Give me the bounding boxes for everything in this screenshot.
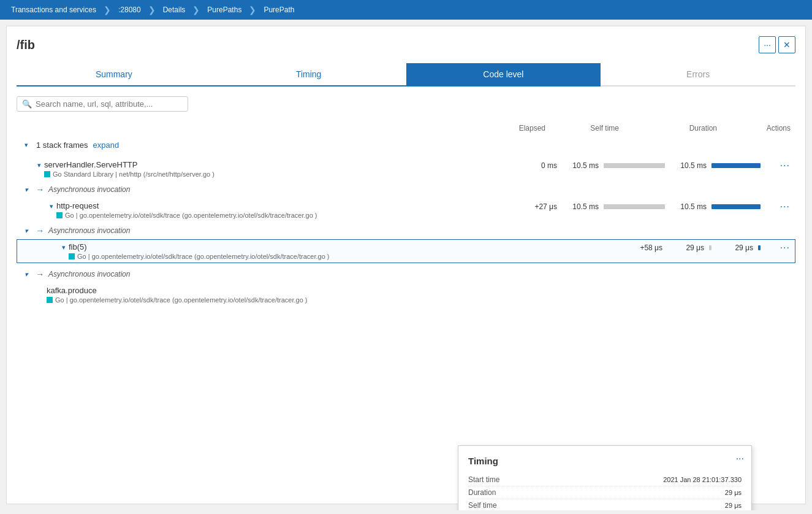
- async1-chevron[interactable]: ▾: [21, 185, 31, 194]
- serverhandler-duration: 10.5 ms: [670, 161, 707, 170]
- col-elapsed-header: Elapsed: [484, 124, 545, 132]
- table-headers: Elapsed Self time Duration Actions: [17, 121, 795, 135]
- serverhandler-actions: ···: [765, 160, 790, 171]
- async2-label: Asynchronous invocation: [48, 226, 130, 235]
- fib5-subtitle: Go | go.opentelemetry.io/otel/sdk/trace …: [69, 253, 606, 260]
- chevron-serverhandler[interactable]: ▾: [34, 160, 44, 170]
- page-header: /fib ··· ✕: [17, 36, 795, 53]
- kafka-duration-bar: [711, 286, 761, 291]
- col-actions-header: Actions: [717, 124, 791, 132]
- serverhandler-self-bar: [604, 163, 665, 168]
- fib5-self: 29 μs: [667, 244, 704, 252]
- search-container: 🔍: [17, 96, 795, 112]
- kafka-metrics: [501, 286, 790, 291]
- fib5-duration-bar: [758, 245, 761, 250]
- async1-label: Asynchronous invocation: [48, 185, 130, 194]
- serverhandler-more-button[interactable]: ···: [780, 160, 790, 171]
- col-duration-header: Duration: [619, 124, 717, 132]
- http-request-subtitle: Go | go.opentelemetry.io/otel/sdk/trace …: [56, 212, 501, 219]
- popup-more-button[interactable]: ···: [736, 453, 744, 464]
- tab-code-level[interactable]: Code level: [406, 63, 601, 86]
- http-request-duration-bar: [711, 204, 761, 209]
- serverhandler-color: [44, 171, 50, 177]
- page-title: /fib: [17, 38, 35, 52]
- fib5-actions: ···: [765, 242, 790, 253]
- async2-arrow-icon: →: [34, 226, 46, 236]
- tab-summary[interactable]: Summary: [17, 63, 211, 86]
- tree-row-kafka: kafka.produce Go | go.opentelemetry.io/o…: [17, 283, 795, 307]
- popup-duration-label: Duration: [468, 488, 496, 497]
- fib5-self-bar: [709, 245, 711, 250]
- kafka-name: kafka.produce: [47, 286, 501, 295]
- fib5-elapsed: +58 μs: [606, 244, 667, 252]
- breadcrumb-arrow-3: ❯: [192, 5, 200, 15]
- async-row-3: ▾ → Asynchronous invocation: [17, 266, 795, 283]
- close-icon: ✕: [783, 40, 791, 50]
- serverhandler-subtitle: Go Standard Library | net/http (/src/net…: [44, 171, 501, 178]
- timing-popup: ··· Timing Start time 2021 Jan 28 21:01:…: [458, 445, 752, 510]
- kafka-content: kafka.produce Go | go.opentelemetry.io/o…: [47, 286, 501, 304]
- popup-start-time-value: 2021 Jan 28 21:01:37.330: [663, 476, 742, 483]
- main-container: /fib ··· ✕ Summary Timing Code level Err…: [6, 26, 806, 504]
- breadcrumb-transactions[interactable]: Transactions and services: [5, 0, 102, 20]
- async3-arrow-icon: →: [34, 269, 46, 279]
- dots-icon: ···: [764, 40, 771, 50]
- expand-link[interactable]: expand: [93, 140, 120, 150]
- kafka-self-bar: [604, 286, 665, 291]
- async3-label: Asynchronous invocation: [48, 270, 130, 278]
- serverhandler-elapsed: 0 ms: [501, 161, 562, 170]
- async1-arrow-icon: →: [34, 185, 46, 194]
- http-request-duration: 10.5 ms: [670, 202, 707, 211]
- breadcrumb-arrow-4: ❯: [249, 5, 256, 15]
- async-row-1: ▾ → Asynchronous invocation: [17, 181, 795, 198]
- col-name-header: [21, 124, 484, 132]
- stack-chevron[interactable]: ▾: [21, 140, 31, 150]
- search-icon: 🔍: [22, 99, 32, 109]
- breadcrumb-nav: Transactions and services ❯ :28080 ❯ Det…: [0, 0, 812, 20]
- popup-self-time-label: Self time: [468, 501, 497, 510]
- title-actions: ··· ✕: [759, 36, 795, 53]
- serverhandler-content: serverHandler.ServeHTTP Go Standard Libr…: [44, 160, 501, 178]
- tab-errors[interactable]: Errors: [601, 63, 795, 86]
- async3-chevron[interactable]: ▾: [21, 269, 31, 279]
- search-input[interactable]: [36, 99, 183, 109]
- fib5-more-button[interactable]: ···: [780, 242, 790, 253]
- chevron-http-request[interactable]: ▾: [47, 201, 56, 211]
- close-button[interactable]: ✕: [778, 36, 795, 53]
- tabs-container: Summary Timing Code level Errors: [17, 63, 795, 86]
- breadcrumb-port[interactable]: :28080: [112, 0, 147, 20]
- popup-duration-row: Duration 29 μs: [468, 486, 742, 499]
- serverhandler-duration-bar: [711, 163, 761, 168]
- http-request-elapsed: +27 μs: [501, 202, 562, 211]
- popup-self-time-row: Self time 29 μs: [468, 499, 742, 510]
- popup-duration-value: 29 μs: [725, 489, 742, 496]
- kafka-subtitle: Go | go.opentelemetry.io/otel/sdk/trace …: [47, 296, 501, 304]
- col-self-header: Self time: [545, 124, 619, 132]
- tree-row: ▾ serverHandler.ServeHTTP Go Standard Li…: [17, 157, 795, 181]
- kafka-color: [47, 297, 53, 303]
- popup-start-time-row: Start time 2021 Jan 28 21:01:37.330: [468, 474, 742, 486]
- stack-frames-count: 1 stack frames: [36, 140, 88, 150]
- http-request-metrics: +27 μs 10.5 ms 10.5 ms ···: [501, 201, 790, 212]
- tree-row-fib5: ▾ fib(5) Go | go.opentelemetry.io/otel/s…: [17, 239, 795, 263]
- fib5-name: fib(5): [69, 242, 606, 251]
- async2-chevron[interactable]: ▾: [21, 226, 31, 236]
- http-request-self-bar: [604, 204, 665, 209]
- more-button[interactable]: ···: [759, 36, 776, 53]
- popup-self-time-value: 29 μs: [725, 502, 742, 509]
- stack-frames-row: ▾ 1 stack frames expand: [17, 137, 795, 152]
- fib5-content: fib(5) Go | go.opentelemetry.io/otel/sdk…: [69, 242, 606, 260]
- tree-wrapper: ▾ serverHandler.ServeHTTP Go Standard Li…: [17, 157, 795, 307]
- search-wrapper: 🔍: [17, 96, 188, 112]
- serverhandler-name: serverHandler.ServeHTTP: [44, 160, 501, 169]
- breadcrumb-arrow-2: ❯: [148, 5, 156, 15]
- http-request-more-button[interactable]: ···: [780, 201, 790, 212]
- breadcrumb-details[interactable]: Details: [157, 0, 192, 20]
- breadcrumb-purepath[interactable]: PurePath: [257, 0, 300, 20]
- breadcrumb-purepaths[interactable]: PurePaths: [201, 0, 248, 20]
- http-request-color: [56, 212, 63, 218]
- popup-timing-title: Timing: [468, 456, 742, 466]
- tab-timing[interactable]: Timing: [211, 63, 406, 86]
- chevron-fib5[interactable]: ▾: [59, 242, 69, 252]
- popup-start-time-label: Start time: [468, 475, 499, 484]
